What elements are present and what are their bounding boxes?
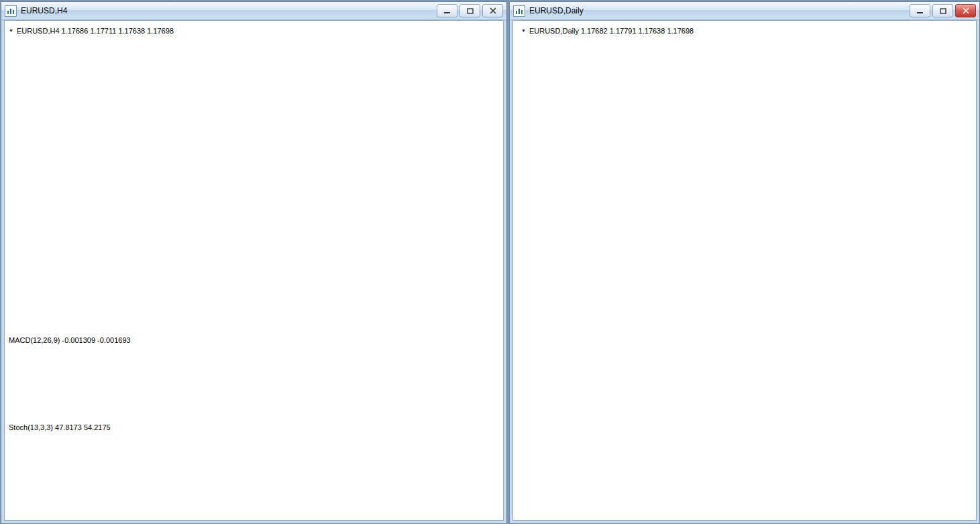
quote-line-h4: ▼EURUSD,H4 1.17686 1.17711 1.17638 1.176… <box>9 27 174 35</box>
macd-indicator-label: MACD(12,26,9) -0.001309 -0.001693 <box>9 336 131 344</box>
chevron-down-icon[interactable]: ▼ <box>521 28 526 33</box>
stoch-indicator-label: Stoch(13,3,3) 47.8173 54.2175 <box>9 423 111 431</box>
metatrader-workspace: { "app": { "left": { "title": "EURUSD,H4… <box>0 0 980 524</box>
charts-canvas <box>0 0 980 524</box>
chevron-down-icon[interactable]: ▼ <box>9 28 13 33</box>
quote-line-daily: ▼EURUSD,Daily 1.17682 1.17791 1.17638 1.… <box>521 27 694 35</box>
